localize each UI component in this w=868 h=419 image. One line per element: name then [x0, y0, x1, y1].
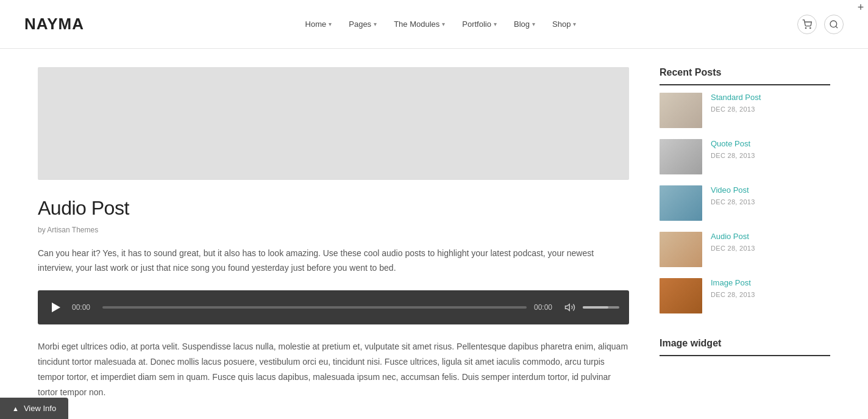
play-button[interactable]: [48, 299, 65, 316]
search-button[interactable]: [824, 15, 844, 34]
post-body: Morbi eget ultrices odio, at porta velit…: [38, 339, 629, 401]
nav-item-pages[interactable]: Pages ▾: [349, 20, 377, 29]
post-title: Audio Post: [38, 197, 629, 220]
svg-marker-4: [566, 304, 570, 310]
image-widget-title: Image widget: [660, 338, 830, 356]
author-name-text: Artisan Themes: [47, 226, 98, 234]
view-info-arrow-icon: ▲: [12, 405, 19, 412]
recent-post-date-1: DEC 28, 2013: [711, 152, 830, 159]
nav-modules-arrow: ▾: [442, 21, 445, 27]
site-header: NAYMA Home ▾ Pages ▾ The Modules ▾ Portf…: [0, 0, 868, 49]
progress-bar[interactable]: [102, 306, 527, 309]
plus-icon: +: [858, 1, 864, 14]
nav-home-arrow: ▾: [329, 21, 332, 27]
recent-post-title-0[interactable]: Standard Post: [711, 93, 830, 103]
time-duration: 00:00: [534, 303, 557, 312]
recent-post-title-4[interactable]: Image Post: [711, 278, 830, 288]
post-thumb-audio: [660, 232, 702, 267]
nav-item-portfolio[interactable]: Portfolio ▾: [462, 20, 497, 29]
nav-shop-arrow: ▾: [573, 21, 576, 27]
post-author: by Artisan Themes: [38, 226, 629, 234]
nav-pages-label: Pages: [349, 20, 371, 29]
nav-icons: [797, 15, 844, 34]
view-info-label: View Info: [24, 404, 56, 413]
post-thumb-standard: [660, 93, 702, 128]
speaker-icon: [564, 302, 575, 313]
svg-point-2: [830, 21, 837, 27]
post-thumb-video: [660, 185, 702, 221]
list-item: Standard Post DEC 28, 2013: [660, 93, 830, 128]
time-current: 00:00: [72, 303, 95, 312]
nav-shop-label: Shop: [552, 20, 571, 29]
author-prefix: by: [38, 226, 46, 234]
page-wrapper: Audio Post by Artisan Themes Can you hea…: [13, 49, 855, 419]
recent-posts-section: Recent Posts Standard Post DEC 28, 2013 …: [660, 67, 830, 313]
post-info: Image Post DEC 28, 2013: [711, 278, 830, 298]
svg-point-0: [805, 27, 806, 28]
volume-bar[interactable]: [583, 306, 619, 309]
cart-button[interactable]: [797, 15, 817, 34]
cart-icon: [802, 20, 812, 29]
post-info: Standard Post DEC 28, 2013: [711, 93, 830, 113]
post-info: Video Post DEC 28, 2013: [711, 185, 830, 206]
list-item: Quote Post DEC 28, 2013: [660, 139, 830, 174]
nav-item-home[interactable]: Home ▾: [305, 20, 332, 29]
list-item: Image Post DEC 28, 2013: [660, 278, 830, 313]
play-icon: [52, 303, 60, 312]
nav-item-shop[interactable]: Shop ▾: [552, 20, 576, 29]
mute-button[interactable]: [564, 302, 575, 313]
post-info: Quote Post DEC 28, 2013: [711, 139, 830, 159]
nav-item-modules[interactable]: The Modules ▾: [394, 20, 445, 29]
svg-line-3: [836, 26, 838, 28]
search-icon: [829, 20, 839, 29]
nav-pages-arrow: ▾: [374, 21, 377, 27]
featured-image: [38, 67, 629, 180]
site-logo[interactable]: NAYMA: [24, 15, 84, 34]
recent-post-title-1[interactable]: Quote Post: [711, 139, 830, 149]
recent-post-date-4: DEC 28, 2013: [711, 291, 830, 298]
sidebar: Recent Posts Standard Post DEC 28, 2013 …: [660, 67, 830, 400]
recent-post-title-3[interactable]: Audio Post: [711, 232, 830, 242]
post-thumb-quote: [660, 139, 702, 174]
main-content: Audio Post by Artisan Themes Can you hea…: [38, 67, 629, 400]
nav-portfolio-label: Portfolio: [462, 20, 491, 29]
top-bar: +: [853, 0, 868, 15]
nav-home-label: Home: [305, 20, 327, 29]
list-item: Audio Post DEC 28, 2013: [660, 232, 830, 267]
nav-modules-label: The Modules: [394, 20, 439, 29]
recent-post-title-2[interactable]: Video Post: [711, 185, 830, 196]
recent-post-date-0: DEC 28, 2013: [711, 106, 830, 113]
nav-portfolio-arrow: ▾: [494, 21, 497, 27]
view-info-bar[interactable]: ▲ View Info: [0, 398, 68, 419]
recent-post-date-2: DEC 28, 2013: [711, 198, 830, 206]
main-nav: Home ▾ Pages ▾ The Modules ▾ Portfolio ▾…: [305, 20, 577, 29]
recent-posts-title: Recent Posts: [660, 67, 830, 85]
image-widget-section: Image widget: [660, 338, 830, 356]
post-info: Audio Post DEC 28, 2013: [711, 232, 830, 252]
post-thumb-image: [660, 278, 702, 313]
svg-point-1: [810, 27, 811, 28]
nav-blog-label: Blog: [514, 20, 530, 29]
post-excerpt: Can you hear it? Yes, it has to sound gr…: [38, 246, 629, 276]
nav-item-blog[interactable]: Blog ▾: [514, 20, 535, 29]
nav-blog-arrow: ▾: [532, 21, 535, 27]
list-item: Video Post DEC 28, 2013: [660, 185, 830, 221]
recent-post-date-3: DEC 28, 2013: [711, 245, 830, 252]
volume-fill: [583, 306, 608, 309]
audio-player: 00:00 00:00: [38, 290, 629, 324]
